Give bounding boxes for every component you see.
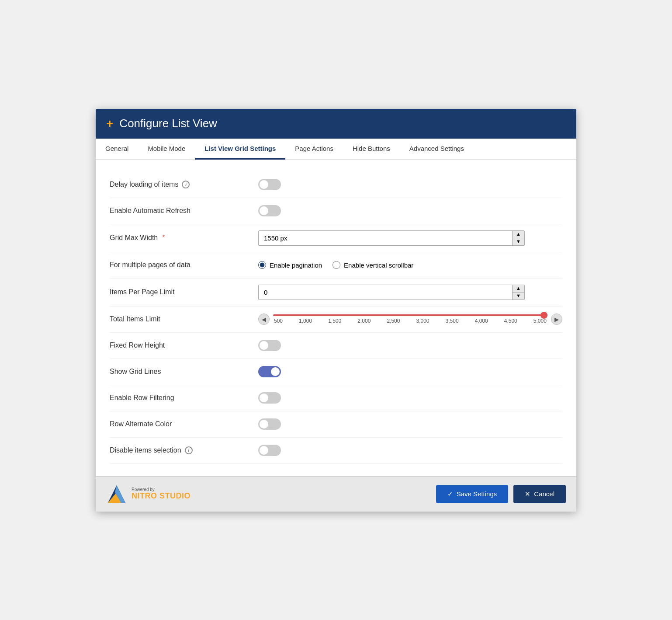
setting-grid-max-width: Grid Max Width* ▲ ▼	[110, 224, 562, 252]
tab-mobile-mode[interactable]: Mobile Mode	[138, 139, 195, 160]
delay-loading-info-icon: i	[182, 181, 190, 188]
setting-delay-loading: Delay loading of items i	[110, 172, 562, 198]
enable-row-filtering-toggle[interactable]	[258, 392, 281, 404]
tab-general[interactable]: General	[96, 139, 138, 160]
tick-3000: 3,000	[416, 318, 429, 324]
save-settings-label: Save Settings	[457, 490, 497, 498]
tab-hide-buttons[interactable]: Hide Buttons	[343, 139, 400, 160]
grid-max-width-down-arrow[interactable]: ▼	[513, 238, 524, 245]
slider-right-arrow-btn[interactable]: ▶	[551, 313, 562, 325]
show-grid-lines-toggle[interactable]	[258, 366, 281, 377]
setting-for-multiple-pages: For multiple pages of data Enable pagina…	[110, 252, 562, 279]
setting-items-per-page-limit: Items Per Page Limit ▲ ▼	[110, 279, 562, 307]
tick-4500: 4,500	[504, 318, 517, 324]
required-asterisk: *	[162, 234, 165, 242]
delay-loading-label: Delay loading of items	[110, 181, 178, 188]
enable-auto-refresh-toggle[interactable]	[258, 205, 281, 216]
logo-nitro: NITRO	[132, 491, 157, 500]
items-per-page-limit-down-arrow[interactable]: ▼	[513, 293, 524, 300]
tick-2500: 2,500	[387, 318, 400, 324]
cancel-button[interactable]: ✕ Cancel	[513, 485, 566, 503]
row-alternate-color-toggle[interactable]	[258, 418, 281, 430]
grid-max-width-input[interactable]	[259, 231, 512, 245]
disable-items-selection-toggle[interactable]	[258, 445, 281, 456]
modal-title: Configure List View	[119, 117, 217, 130]
setting-enable-auto-refresh: Enable Automatic Refresh	[110, 198, 562, 224]
delay-loading-toggle[interactable]	[258, 179, 281, 190]
tick-1000: 1,000	[299, 318, 312, 324]
grid-max-width-label: Grid Max Width	[110, 234, 158, 242]
setting-disable-items-selection: Disable items selection i	[110, 438, 562, 464]
tab-advanced-settings[interactable]: Advanced Settings	[400, 139, 474, 160]
plus-icon: +	[106, 117, 113, 131]
enable-pagination-radio-item[interactable]: Enable pagination	[258, 261, 322, 269]
logo-name-text: NITRO STUDIO	[132, 492, 191, 501]
fixed-row-height-label: Fixed Row Height	[110, 341, 165, 349]
tab-list-view-grid-settings[interactable]: List View Grid Settings	[195, 139, 285, 160]
enable-vertical-scrollbar-radio-item[interactable]: Enable vertical scrollbar	[333, 261, 413, 269]
footer-logo: Powered by NITRO STUDIO	[106, 484, 191, 505]
nitro-studio-logo-icon	[106, 484, 127, 505]
grid-max-width-input-wrap: ▲ ▼	[258, 230, 525, 246]
items-per-page-limit-up-arrow[interactable]: ▲	[513, 285, 524, 293]
enable-pagination-radio[interactable]	[258, 261, 266, 269]
modal-header: + Configure List View	[96, 109, 576, 139]
slider-ticks: 500 1,000 1,500 2,000 2,500 3,000 3,500 …	[273, 318, 547, 324]
show-grid-lines-label: Show Grid Lines	[110, 368, 161, 376]
items-per-page-limit-input-wrap: ▲ ▼	[258, 285, 525, 300]
disable-items-selection-info-icon: i	[185, 446, 193, 454]
setting-show-grid-lines: Show Grid Lines	[110, 359, 562, 385]
modal-footer: Powered by NITRO STUDIO ✓ Save Settings …	[96, 476, 576, 512]
enable-row-filtering-label: Enable Row Filtering	[110, 394, 174, 402]
configure-list-view-modal: + Configure List View General Mobile Mod…	[96, 109, 576, 512]
setting-total-items-limit: Total Items Limit ◀ 500 1,000 1,500 2,00…	[110, 307, 562, 333]
setting-enable-row-filtering: Enable Row Filtering	[110, 385, 562, 411]
grid-max-width-up-arrow[interactable]: ▲	[513, 231, 524, 238]
tab-page-actions[interactable]: Page Actions	[285, 139, 343, 160]
setting-row-alternate-color: Row Alternate Color	[110, 411, 562, 438]
tick-1500: 1,500	[328, 318, 341, 324]
enable-vertical-scrollbar-radio[interactable]	[333, 261, 340, 269]
cancel-x-icon: ✕	[525, 490, 530, 498]
tick-500: 500	[274, 318, 283, 324]
items-per-page-limit-input[interactable]	[259, 285, 512, 300]
save-settings-button[interactable]: ✓ Save Settings	[436, 485, 509, 503]
enable-vertical-scrollbar-label: Enable vertical scrollbar	[344, 261, 413, 269]
row-alternate-color-label: Row Alternate Color	[110, 420, 172, 428]
for-multiple-pages-label: For multiple pages of data	[110, 261, 191, 269]
pagination-radio-group: Enable pagination Enable vertical scroll…	[258, 261, 413, 269]
fixed-row-height-toggle[interactable]	[258, 340, 281, 351]
total-items-limit-label: Total Items Limit	[110, 315, 160, 323]
disable-items-selection-label: Disable items selection	[110, 446, 181, 454]
modal-body: Delay loading of items i Enable Automati…	[96, 160, 576, 476]
cancel-label: Cancel	[534, 490, 554, 498]
tick-4000: 4,000	[475, 318, 488, 324]
enable-pagination-label: Enable pagination	[270, 261, 322, 269]
checkmark-icon: ✓	[447, 490, 453, 498]
tick-5000: 5,000	[533, 318, 547, 324]
logo-studio: STUDIO	[157, 491, 191, 500]
tick-3500: 3,500	[446, 318, 459, 324]
items-per-page-limit-label: Items Per Page Limit	[110, 288, 175, 296]
slider-left-arrow-btn[interactable]: ◀	[258, 313, 270, 325]
footer-actions: ✓ Save Settings ✕ Cancel	[436, 485, 566, 503]
total-items-limit-slider[interactable]	[273, 314, 547, 316]
tab-bar: General Mobile Mode List View Grid Setti…	[96, 139, 576, 160]
tick-2000: 2,000	[357, 318, 371, 324]
total-items-limit-slider-wrap: ◀ 500 1,000 1,500 2,000 2,500 3,000 3,50…	[258, 313, 562, 325]
setting-fixed-row-height: Fixed Row Height	[110, 333, 562, 359]
enable-auto-refresh-label: Enable Automatic Refresh	[110, 207, 191, 215]
